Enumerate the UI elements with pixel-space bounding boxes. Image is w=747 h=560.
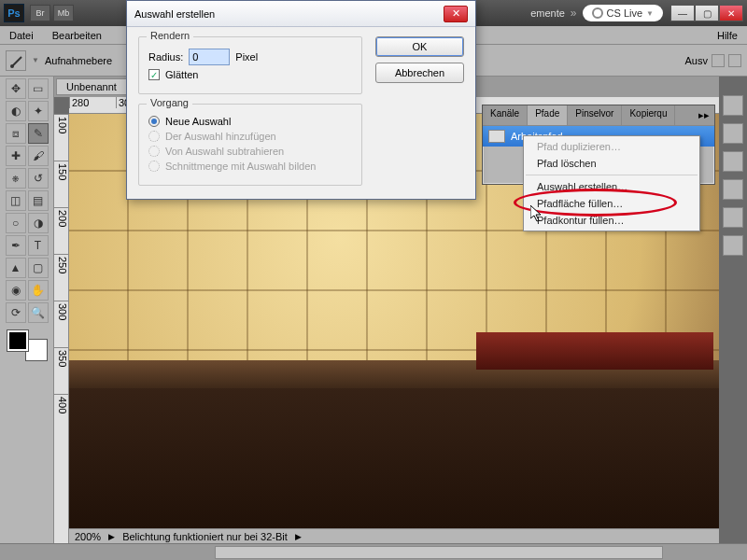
tab-pfade[interactable]: Pfade — [528, 105, 568, 125]
doc-tab[interactable]: Unbenannt — [56, 78, 127, 95]
radio-neue-auswahl[interactable] — [148, 116, 160, 127]
dock-history-icon[interactable] — [723, 207, 743, 228]
blur-tool[interactable]: ○ — [6, 213, 26, 233]
type-tool[interactable]: T — [28, 235, 49, 256]
shape-tool[interactable]: ▢ — [28, 258, 49, 278]
opt-icon-2[interactable] — [728, 54, 741, 67]
radio-schnittmenge — [148, 161, 160, 172]
radio-subtrahieren — [148, 146, 160, 157]
brush-tool[interactable]: 🖌 — [28, 146, 49, 166]
cs-live-button[interactable]: CS Live▼ — [583, 5, 663, 21]
3d-tool[interactable]: ◉ — [6, 280, 26, 301]
tab-pinsel[interactable]: Pinselvor — [568, 105, 622, 125]
radius-input[interactable] — [189, 49, 230, 65]
panel-menu-icon[interactable]: ▸▸ — [696, 107, 712, 122]
radio-hinzufuegen — [148, 131, 160, 142]
history-brush-tool[interactable]: ↺ — [28, 168, 49, 189]
status-message: Belichtung funktioniert nur bei 32-Bit — [122, 531, 288, 542]
ctx-auswahl-erstellen[interactable]: Auswahl erstellen… — [524, 178, 699, 195]
legend-vorgang: Vorgang — [147, 97, 192, 108]
dodge-tool[interactable]: ◑ — [28, 213, 49, 233]
paths-context-menu: Pfad duplizieren… Pfad löschen Auswahl e… — [523, 135, 700, 231]
ok-button[interactable]: OK — [375, 36, 464, 57]
cancel-button[interactable]: Abbrechen — [375, 63, 464, 83]
dialog-titlebar[interactable]: Auswahl erstellen ✕ — [127, 1, 475, 27]
doc-statusbar: 200% ▶ Belichtung funktioniert nur bei 3… — [69, 528, 747, 543]
ctx-pfad-duplizieren: Pfad duplizieren… — [524, 138, 699, 155]
current-tool-preview[interactable] — [6, 50, 26, 71]
dock-adjust-icon[interactable] — [723, 151, 743, 172]
ruler-vertical[interactable]: 100150200250300350400 — [54, 114, 69, 543]
right-dock — [719, 77, 747, 543]
rotate-tool[interactable]: ⟳ — [6, 302, 26, 323]
dock-color-icon[interactable] — [723, 95, 743, 116]
svg-line-0 — [12, 57, 21, 66]
window-maximize-button[interactable]: ▢ — [695, 5, 719, 21]
toolbox: ✥▭ ◐✦ ⧈✎ ✚🖌 ⎈↺ ◫▤ ○◑ ✒T ▲▢ ◉✋ ⟳🔍 — [0, 77, 54, 543]
dock-swatches-icon[interactable] — [723, 123, 743, 144]
opt-aus-label: Ausv — [685, 55, 708, 66]
tab-kopier[interactable]: Kopierqu — [622, 105, 675, 125]
lasso-tool[interactable]: ◐ — [6, 101, 26, 121]
marquee-tool[interactable]: ▭ — [28, 78, 49, 99]
path-select-tool[interactable]: ▲ — [6, 258, 26, 278]
group-rendern: Rendern Radius: Pixel ✓ Glätten — [138, 36, 362, 94]
antialias-label: Glätten — [165, 69, 198, 80]
ctx-pfadkontur-fuellen[interactable]: Pfadkontur füllen… — [524, 212, 699, 229]
bridge-launch[interactable]: Br — [30, 5, 50, 21]
menu-hilfe[interactable]: Hilfe — [708, 26, 747, 44]
move-tool[interactable]: ✥ — [6, 78, 26, 99]
color-swatches[interactable] — [7, 330, 47, 360]
dock-layers-icon[interactable] — [723, 179, 743, 200]
overflow-icon[interactable]: » — [571, 7, 577, 20]
menu-datei[interactable]: Datei — [0, 26, 43, 44]
stamp-tool[interactable]: ⎈ — [6, 168, 26, 189]
foreground-swatch[interactable] — [7, 330, 28, 351]
zoom-tool[interactable]: 🔍 — [28, 302, 49, 323]
window-bottom-strip — [0, 543, 747, 560]
svg-point-1 — [10, 64, 14, 68]
healing-tool[interactable]: ✚ — [6, 146, 26, 166]
crop-tool[interactable]: ⧈ — [6, 123, 26, 144]
eyedropper-tool[interactable]: ✎ — [28, 123, 49, 144]
radius-unit: Pixel — [235, 51, 258, 63]
window-minimize-button[interactable]: — — [670, 5, 695, 21]
ctx-pfadflaeche-fuellen[interactable]: Pfadfläche füllen… — [524, 195, 699, 212]
opt-icon-1[interactable] — [712, 54, 725, 67]
radius-label: Radius: — [148, 51, 183, 63]
hand-tool[interactable]: ✋ — [28, 280, 49, 301]
ctx-pfad-loeschen[interactable]: Pfad löschen — [524, 155, 699, 172]
separator — [526, 175, 698, 175]
legend-rendern: Rendern — [147, 30, 193, 41]
dock-actions-icon[interactable] — [723, 235, 743, 256]
dialog-title-text: Auswahl erstellen — [134, 8, 215, 20]
menu-bearbeiten[interactable]: Bearbeiten — [43, 26, 111, 44]
dialog-auswahl-erstellen: Auswahl erstellen ✕ Rendern Radius: Pixe… — [126, 0, 476, 200]
dialog-close-button[interactable]: ✕ — [444, 6, 468, 22]
tab-kanale[interactable]: Kanäle — [483, 105, 528, 125]
minibridge-launch[interactable]: Mb — [53, 5, 74, 21]
image-train — [69, 360, 747, 528]
zoom-level[interactable]: 200% — [75, 531, 101, 542]
pen-tool[interactable]: ✒ — [6, 235, 26, 256]
magic-wand-tool[interactable]: ✦ — [28, 101, 49, 121]
group-vorgang: Vorgang Neue Auswahl Der Auswahl hinzufü… — [138, 104, 362, 186]
antialias-checkbox[interactable]: ✓ — [148, 69, 160, 80]
eraser-tool[interactable]: ◫ — [6, 190, 26, 211]
options-label: Aufnahmebere — [45, 55, 112, 66]
window-close-button[interactable]: ✕ — [719, 5, 743, 21]
truncated-label: emente — [530, 7, 565, 19]
background-swatch[interactable] — [26, 340, 47, 360]
path-thumb — [488, 130, 505, 143]
gradient-tool[interactable]: ▤ — [28, 190, 49, 211]
app-badge: Ps — [4, 4, 24, 22]
horizontal-scrollbar[interactable] — [215, 546, 663, 559]
cursor-icon — [530, 205, 543, 222]
